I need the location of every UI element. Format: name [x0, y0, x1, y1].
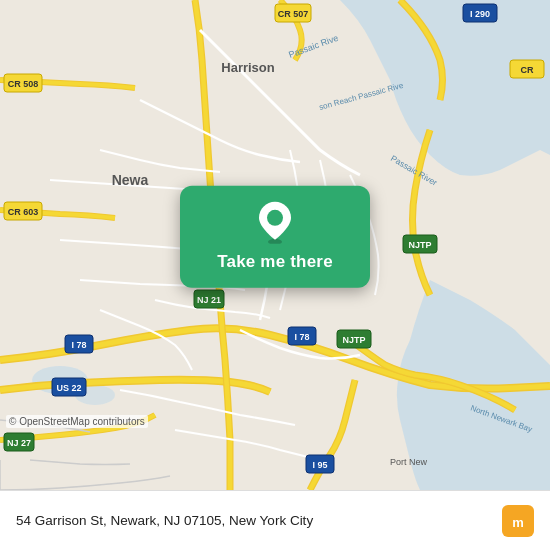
harrison-label: Harrison [221, 60, 275, 75]
address-text: 54 Garrison St, Newark, NJ 07105, New Yo… [16, 513, 313, 528]
cr-right-label: CR [521, 65, 534, 75]
svg-point-18 [267, 210, 283, 226]
map-pin-icon [256, 200, 294, 244]
njtp-bot-label: NJTP [342, 335, 365, 345]
svg-text:m: m [512, 515, 524, 530]
i95-label: I 95 [312, 460, 327, 470]
i78-center-label: I 78 [294, 332, 309, 342]
i290-label: I 290 [470, 9, 490, 19]
us22-label: US 22 [56, 383, 81, 393]
nj27-label: NJ 27 [7, 438, 31, 448]
moovit-logo: m [502, 505, 534, 537]
bottom-bar: 54 Garrison St, Newark, NJ 07105, New Yo… [0, 490, 550, 550]
port-newark-label: Port New [390, 457, 428, 467]
cr507-label: CR 507 [278, 9, 309, 19]
copyright-text: © OpenStreetMap contributors [6, 415, 148, 428]
take-me-there-button[interactable]: Take me there [217, 252, 333, 272]
popup-overlay[interactable]: Take me there [180, 186, 370, 288]
moovit-logo-icon: m [502, 505, 534, 537]
nj21-bot-label: NJ 21 [197, 295, 221, 305]
cr603-label: CR 603 [8, 207, 39, 217]
map-container: CR 507 I 290 CR 508 CR CR 603 NJ 21 NJ 2… [0, 0, 550, 490]
njtp-right-label: NJTP [408, 240, 431, 250]
i78-label: I 78 [71, 340, 86, 350]
newark-label: Newa [112, 172, 149, 188]
cr508-label: CR 508 [8, 79, 39, 89]
